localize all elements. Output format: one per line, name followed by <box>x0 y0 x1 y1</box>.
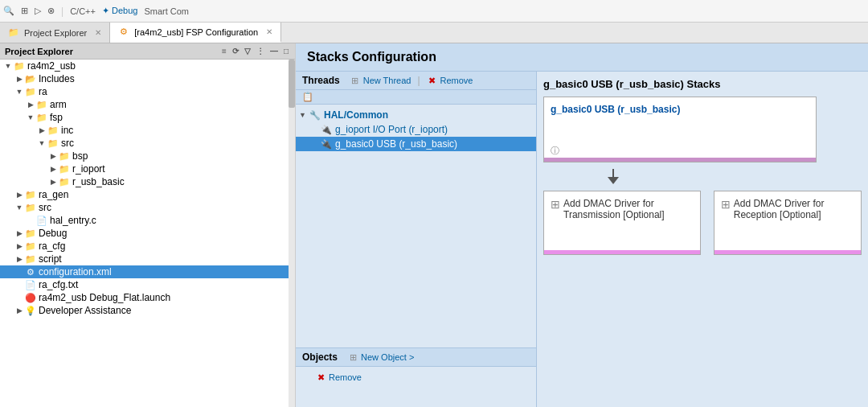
tree-item-inc[interactable]: ▶ 📁 inc <box>0 124 289 137</box>
tree-toggle-inc[interactable]: ▶ <box>37 126 47 134</box>
tree-item-ra[interactable]: ▼ 📁 ra <box>0 85 289 98</box>
g-ioport-icon: 🔌 <box>320 124 333 135</box>
tab-project-explorer-close[interactable]: ✕ <box>95 28 101 37</box>
panel-icon-collapse[interactable]: ≡ <box>220 46 228 56</box>
tree-item-script[interactable]: ▶ 📁 script <box>0 253 289 265</box>
optional-box-reception-content: ⊞ Add DMAC Driver for Reception [Optiona… <box>721 198 854 220</box>
optional-transmission-icon: ⊞ <box>551 198 560 211</box>
tree-toggle-ra4m2[interactable]: ▼ <box>3 62 13 70</box>
threads-header: Threads ⊞ New Thread | ✖ Remove <box>296 72 536 90</box>
tree-item-r-ioport[interactable]: ▶ 📁 r_ioport <box>0 162 289 175</box>
tab-project-explorer[interactable]: 📁 Project Explorer ✕ <box>0 23 110 43</box>
tree-item-debug-launch[interactable]: 🔴 ra4m2_usb Debug_Flat.launch <box>0 291 289 304</box>
project-explorer-icon: 📁 <box>8 27 19 39</box>
thread-item-g-basic0[interactable]: 🔌 g_basic0 USB (r_usb_basic) <box>296 137 536 151</box>
panel-icon-minimize[interactable]: — <box>268 46 280 56</box>
new-thread-label: New Thread <box>363 76 411 85</box>
tab-fsp-config-label: [ra4m2_usb] FSP Configuration <box>134 27 258 37</box>
optional-transmission-label: Add DMAC Driver for Transmission [Option… <box>563 198 694 220</box>
tree-item-debug[interactable]: ▶ 📁 Debug <box>0 227 289 240</box>
tree-icon-ra-cfg-txt: 📄 <box>24 279 37 290</box>
tree-item-arm[interactable]: ▶ 📁 arm <box>0 98 289 111</box>
tree-icon-ra-cfg: 📁 <box>24 240 37 252</box>
threads-sub-icons: 📋 <box>296 90 536 105</box>
tree-toggle-dev-assist[interactable]: ▶ <box>14 306 24 314</box>
tree-toggle-fsp[interactable]: ▼ <box>26 113 35 121</box>
tree-item-src-root[interactable]: ▼ 📁 src <box>0 201 289 214</box>
tree-item-ra-cfg-txt[interactable]: 📄 ra_cfg.txt <box>0 278 289 291</box>
top-bar-icon1[interactable]: ⊞ <box>21 6 28 16</box>
panel-icon-filter[interactable]: ▽ <box>243 46 252 56</box>
tree-item-ra-cfg[interactable]: ▶ 📁 ra_cfg <box>0 240 289 253</box>
tree-item-ra4m2-usb[interactable]: ▼ 📁 ra4m2_usb <box>0 60 289 72</box>
tree-label-src-fsp: src <box>61 138 74 149</box>
optional-box-reception[interactable]: ⊞ Add DMAC Driver for Reception [Optiona… <box>714 191 862 255</box>
tree-icon-src-fsp: 📁 <box>47 138 59 149</box>
panel-icon-sync[interactable]: ⟳ <box>231 46 240 56</box>
fsp-config-icon: ⚙ <box>118 27 129 38</box>
remove-object-label: Remove <box>329 372 362 382</box>
stack-box-main[interactable]: g_basic0 USB (r_usb_basic) ⓘ <box>543 97 817 162</box>
tree-toggle-arm[interactable]: ▶ <box>26 101 35 109</box>
g-ioport-label: g_ioport I/O Port (r_ioport) <box>335 124 448 135</box>
tab-fsp-config-close[interactable]: ✕ <box>266 27 272 36</box>
tab-bar: 📁 Project Explorer ✕ ⚙ [ra4m2_usb] FSP C… <box>0 23 868 43</box>
pe-scrollbar[interactable] <box>289 60 295 407</box>
tree-item-includes[interactable]: ▶ 📂 Includes <box>0 72 289 85</box>
hal-common-toggle[interactable]: ▼ <box>299 111 309 119</box>
tree-toggle-r-ioport[interactable]: ▶ <box>48 165 58 173</box>
objects-content: ✖ Remove <box>296 367 536 407</box>
tree-toggle-src-root[interactable]: ▼ <box>14 204 24 212</box>
optional-reception-label: Add DMAC Driver for Reception [Optional] <box>734 198 854 220</box>
tree-icon-arm: 📁 <box>35 99 48 110</box>
tree-toggle-bsp[interactable]: ▶ <box>48 152 58 160</box>
top-bar-icon3[interactable]: ⊗ <box>47 6 55 16</box>
tree-toggle-r-usb-basic[interactable]: ▶ <box>48 178 58 186</box>
tree-item-r-usb-basic[interactable]: ▶ 📁 r_usb_basic <box>0 175 289 188</box>
threads-title: Threads <box>302 75 340 86</box>
tree-toggle-debug[interactable]: ▶ <box>14 229 24 237</box>
optional-box-transmission[interactable]: ⊞ Add DMAC Driver for Transmission [Opti… <box>543 191 701 255</box>
thread-item-hal-common[interactable]: ▼ 🔧 HAL/Common <box>296 108 536 122</box>
new-thread-icon: ⊞ <box>350 75 361 86</box>
stacks-optional-row: ⊞ Add DMAC Driver for Transmission [Opti… <box>543 191 862 255</box>
tree-item-configuration-xml[interactable]: ⚙ configuration.xml <box>0 265 289 278</box>
top-bar-debug[interactable]: ✦ Debug <box>102 6 137 16</box>
tree-toggle-ra-gen[interactable]: ▶ <box>14 191 24 199</box>
tree-icon-bsp: 📁 <box>58 150 71 162</box>
tree-icon-fsp: 📁 <box>35 112 48 123</box>
new-object-action[interactable]: ⊞ New Object > <box>347 352 414 363</box>
tree-item-hal-entry[interactable]: 📄 hal_entry.c <box>0 214 289 227</box>
tree-item-src-fsp[interactable]: ▼ 📁 src <box>0 137 289 150</box>
thread-item-g-ioport[interactable]: 🔌 g_ioport I/O Port (r_ioport) <box>296 122 536 137</box>
top-bar-icon2[interactable]: ▷ <box>35 6 41 16</box>
stack-box-main-label[interactable]: g_basic0 USB (r_usb_basic) <box>551 104 809 115</box>
new-thread-action[interactable]: ⊞ New Thread <box>350 75 411 86</box>
threads-separator: | <box>417 75 420 86</box>
top-bar-cpp[interactable]: C/C++ <box>70 6 96 16</box>
pe-panel: ▼ 📁 ra4m2_usb ▶ 📂 Includes ▼ 📁 ra <box>0 60 295 407</box>
tree-toggle-script[interactable]: ▶ <box>14 255 24 263</box>
optional-reception-icon: ⊞ <box>721 198 731 211</box>
connector-line <box>612 169 614 177</box>
panel-icon-menu[interactable]: ⋮ <box>255 46 266 56</box>
panel-icon-maximize[interactable]: □ <box>282 46 290 56</box>
tree-toggle-ra[interactable]: ▼ <box>14 88 24 96</box>
tab-fsp-config[interactable]: ⚙ [ra4m2_usb] FSP Configuration ✕ <box>110 23 281 43</box>
tree-item-fsp[interactable]: ▼ 📁 fsp <box>0 111 289 124</box>
tree-toggle-includes[interactable]: ▶ <box>14 75 24 83</box>
pe-scrollbar-thumb[interactable] <box>289 60 295 108</box>
hal-common-icon: 🔧 <box>309 109 321 121</box>
tree-item-ra-gen[interactable]: ▶ 📁 ra_gen <box>0 188 289 201</box>
connector-arrow <box>608 177 619 184</box>
top-bar-smart[interactable]: Smart Com <box>144 6 189 16</box>
objects-title: Objects <box>302 352 338 363</box>
tree-toggle-src-fsp[interactable]: ▼ <box>37 139 47 147</box>
tree-item-developer-assistance[interactable]: ▶ 💡 Developer Assistance <box>0 304 289 317</box>
remove-object-action[interactable]: ✖ Remove <box>302 372 530 383</box>
tree-toggle-ra-cfg[interactable]: ▶ <box>14 242 24 250</box>
panel-header-icons: ≡ ⟳ ▽ ⋮ — □ <box>220 46 290 56</box>
tree-item-bsp[interactable]: ▶ 📁 bsp <box>0 150 289 162</box>
remove-thread-action[interactable]: ✖ Remove <box>427 75 473 86</box>
threads-tree: ▼ 🔧 HAL/Common 🔌 g_ioport I/O Port (r_io… <box>296 105 536 347</box>
